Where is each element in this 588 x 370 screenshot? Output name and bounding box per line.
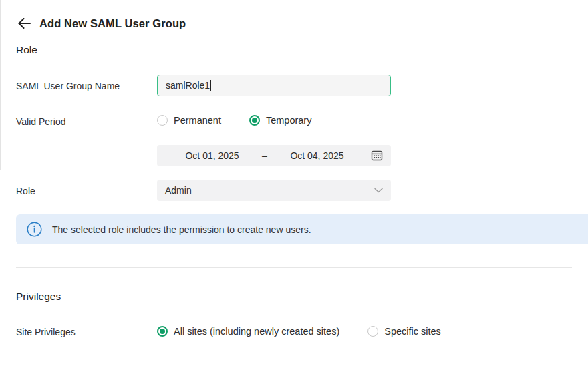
saml-group-name-label: SAML User Group Name [16,81,120,91]
radio-all-sites-label: All sites (including newly created sites… [174,326,339,337]
arrow-left-icon [18,18,31,29]
date-start-value[interactable]: Oct 01, 2025 [165,150,259,161]
valid-period-radio-group: Permanent Temporary [157,115,311,126]
info-banner-text: The selected role includes the permissio… [52,224,311,235]
saml-group-name-input[interactable]: samlRole1 [157,75,391,96]
radio-specific-sites-label: Specific sites [384,326,441,337]
role-selected-value: Admin [165,185,192,196]
site-privileges-radio-group: All sites (including newly created sites… [157,326,441,337]
role-section-heading: Role [16,44,37,56]
date-range-separator: – [259,150,270,161]
info-banner: The selected role includes the permissio… [16,214,588,244]
radio-permanent[interactable]: Permanent [157,115,221,126]
radio-unselected-icon [368,326,378,337]
radio-unselected-icon [157,115,168,126]
info-icon [27,222,42,237]
role-select[interactable]: Admin [157,180,391,201]
radio-temporary-label: Temporary [266,115,312,126]
radio-selected-icon [249,115,260,126]
privileges-section-heading: Privileges [16,291,61,303]
chevron-down-icon [374,188,383,193]
page-header: Add New SAML User Group [17,17,186,30]
valid-period-label: Valid Period [16,116,65,127]
page-title: Add New SAML User Group [39,17,186,30]
role-field-label: Role [16,186,35,196]
back-button[interactable] [17,17,31,30]
radio-all-sites[interactable]: All sites (including newly created sites… [157,326,339,337]
site-privileges-label: Site Privileges [16,327,76,337]
date-end-value[interactable]: Oct 04, 2025 [270,150,364,161]
panel-edge-line [0,0,1,170]
radio-temporary[interactable]: Temporary [249,115,312,126]
date-range-picker[interactable]: Oct 01, 2025 – Oct 04, 2025 [157,145,391,166]
radio-permanent-label: Permanent [174,115,221,126]
text-caret [210,80,211,91]
calendar-icon[interactable] [371,150,383,162]
section-divider [16,267,572,268]
radio-specific-sites[interactable]: Specific sites [368,326,441,337]
radio-selected-icon [157,326,168,337]
saml-group-name-value: samlRole1 [166,80,210,91]
